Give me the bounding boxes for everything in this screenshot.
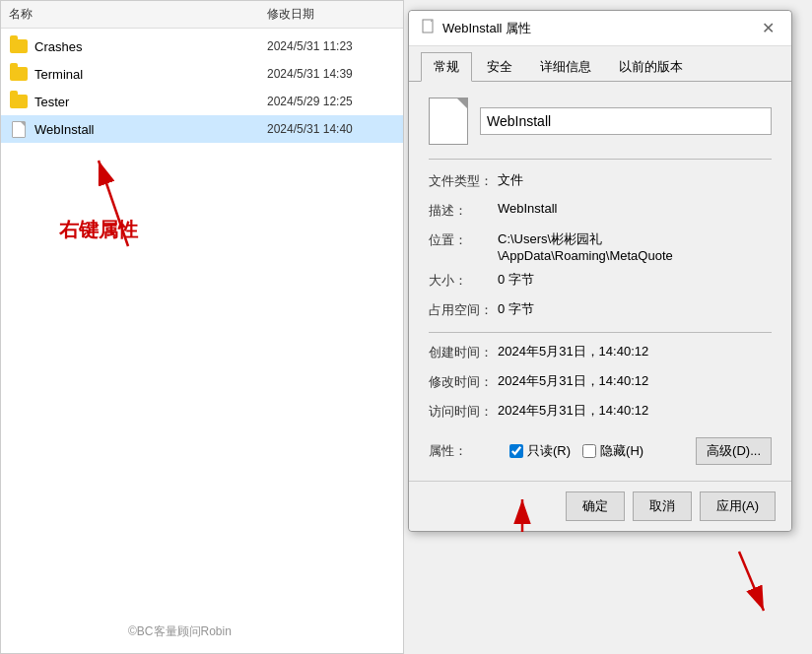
prop-row: 文件类型：文件 bbox=[429, 171, 772, 193]
hidden-checkbox[interactable] bbox=[582, 444, 596, 458]
prop-value: 2024年5月31日，14:40:12 bbox=[498, 402, 772, 420]
props-list: 文件类型：文件描述：WebInstall位置：C:\Users\彬彬园礼\App… bbox=[429, 171, 772, 424]
prop-label: 访问时间： bbox=[429, 402, 498, 421]
file-explorer: 名称 修改日期 Crashes2024/5/31 11:23Terminal20… bbox=[0, 0, 404, 654]
file-date-label: 2024/5/31 14:39 bbox=[267, 67, 395, 81]
properties-dialog: WebInstall 属性 ✕ 常规安全详细信息以前的版本 文件类型：文件描述：… bbox=[408, 10, 792, 532]
attributes-section: 属性： 只读(R) 隐藏(H) 高级(D)... bbox=[429, 437, 772, 465]
dialog-body: 文件类型：文件描述：WebInstall位置：C:\Users\彬彬园礼\App… bbox=[409, 82, 791, 481]
prop-row: 大小：0 字节 bbox=[429, 271, 772, 293]
file-name-input[interactable] bbox=[480, 107, 772, 135]
dialog-titlebar: WebInstall 属性 ✕ bbox=[409, 11, 791, 46]
dialog-tabs: 常规安全详细信息以前的版本 bbox=[409, 46, 791, 82]
file-icon bbox=[9, 120, 29, 138]
dialog-close-button[interactable]: ✕ bbox=[756, 17, 779, 40]
prop-row: 访问时间：2024年5月31日，14:40:12 bbox=[429, 402, 772, 424]
big-file-icon bbox=[429, 98, 468, 145]
file-name-label: Terminal bbox=[34, 67, 267, 82]
readonly-label: 只读(R) bbox=[527, 442, 571, 460]
dialog-file-icon bbox=[421, 19, 437, 37]
file-date-label: 2024/5/29 12:25 bbox=[267, 95, 395, 108]
file-row[interactable]: Crashes2024/5/31 11:23 bbox=[1, 33, 403, 60]
file-date-label: 2024/5/31 11:23 bbox=[267, 39, 395, 53]
explorer-header: 名称 修改日期 bbox=[1, 1, 403, 29]
file-date-label: 2024/5/31 14:40 bbox=[267, 122, 395, 136]
file-name-label: Crashes bbox=[34, 39, 267, 54]
prop-label: 描述： bbox=[429, 201, 498, 220]
prop-row: 描述：WebInstall bbox=[429, 201, 772, 223]
prop-value: 0 字节 bbox=[498, 300, 772, 318]
folder-icon bbox=[9, 65, 29, 83]
footer-btn-确定[interactable]: 确定 bbox=[566, 491, 625, 521]
file-list: Crashes2024/5/31 11:23Terminal2024/5/31 … bbox=[1, 29, 403, 147]
svg-line-7 bbox=[739, 552, 764, 611]
prop-label: 文件类型： bbox=[429, 171, 498, 190]
folder-icon bbox=[9, 37, 29, 55]
hidden-label: 隐藏(H) bbox=[600, 442, 643, 460]
attr-label: 属性： bbox=[429, 442, 498, 460]
prop-label: 占用空间： bbox=[429, 300, 498, 319]
dialog-footer: 确定取消应用(A) bbox=[409, 481, 791, 531]
prop-label: 创建时间： bbox=[429, 343, 498, 361]
dialog-tab-常规[interactable]: 常规 bbox=[421, 52, 472, 82]
prop-value: C:\Users\彬彬园礼\AppData\Roaming\MetaQuote bbox=[498, 230, 772, 263]
prop-label: 修改时间： bbox=[429, 372, 498, 391]
hidden-checkbox-label[interactable]: 隐藏(H) bbox=[582, 442, 643, 460]
dialog-tab-详细信息[interactable]: 详细信息 bbox=[527, 52, 604, 81]
prop-label: 大小： bbox=[429, 271, 498, 290]
advanced-button[interactable]: 高级(D)... bbox=[696, 437, 772, 465]
readonly-checkbox-label[interactable]: 只读(R) bbox=[509, 442, 571, 460]
prop-row: 位置：C:\Users\彬彬园礼\AppData\Roaming\MetaQuo… bbox=[429, 230, 772, 263]
col-name-header: 名称 bbox=[9, 6, 267, 23]
dialog-tab-安全[interactable]: 安全 bbox=[474, 52, 525, 81]
dialog-title-text: WebInstall 属性 bbox=[442, 20, 531, 37]
file-row[interactable]: Terminal2024/5/31 14:39 bbox=[1, 60, 403, 88]
prop-value: 0 字节 bbox=[498, 271, 772, 289]
prop-row: 创建时间：2024年5月31日，14:40:12 bbox=[429, 343, 772, 364]
file-row[interactable]: Tester2024/5/29 12:25 bbox=[1, 88, 403, 115]
prop-divider bbox=[429, 332, 772, 333]
file-row[interactable]: WebInstall2024/5/31 14:40 bbox=[1, 115, 403, 143]
dialog-title: WebInstall 属性 bbox=[421, 19, 531, 37]
col-date-header: 修改日期 bbox=[267, 6, 395, 23]
footer-btn-取消[interactable]: 取消 bbox=[633, 491, 692, 521]
prop-value: 文件 bbox=[498, 171, 772, 189]
prop-value: 2024年5月31日，14:40:12 bbox=[498, 343, 772, 360]
dialog-tab-以前的版本[interactable]: 以前的版本 bbox=[606, 52, 696, 81]
readonly-checkbox[interactable] bbox=[509, 444, 523, 458]
file-header-section bbox=[429, 98, 772, 160]
prop-row: 修改时间：2024年5月31日，14:40:12 bbox=[429, 372, 772, 394]
prop-label: 位置： bbox=[429, 230, 498, 249]
file-name-label: Tester bbox=[34, 95, 267, 109]
file-name-label: WebInstall bbox=[34, 122, 267, 137]
folder-icon bbox=[9, 93, 29, 110]
prop-value: 2024年5月31日，14:40:12 bbox=[498, 372, 772, 390]
prop-row: 占用空间：0 字节 bbox=[429, 300, 772, 322]
prop-value: WebInstall bbox=[498, 201, 772, 216]
footer-btn-应用(A)[interactable]: 应用(A) bbox=[700, 491, 776, 521]
